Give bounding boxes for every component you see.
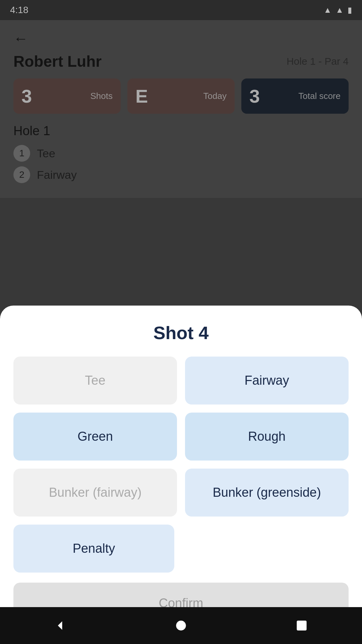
options-grid: Tee Fairway Green Rough Bunker (fairway)…	[13, 357, 349, 517]
penalty-row: Penalty	[13, 525, 349, 573]
modal-sheet: Shot 4 Tee Fairway Green Rough Bunker (f…	[0, 306, 362, 644]
modal-overlay: Shot 4 Tee Fairway Green Rough Bunker (f…	[0, 0, 362, 644]
svg-marker-0	[58, 621, 62, 630]
svg-rect-2	[297, 621, 306, 630]
nav-bar	[0, 607, 362, 644]
nav-home-icon[interactable]	[171, 615, 191, 636]
option-penalty[interactable]: Penalty	[13, 525, 174, 573]
modal-title: Shot 4	[13, 322, 349, 343]
option-bunker-fairway[interactable]: Bunker (fairway)	[13, 469, 177, 517]
option-tee[interactable]: Tee	[13, 357, 177, 405]
option-bunker-greenside[interactable]: Bunker (greenside)	[185, 469, 349, 517]
nav-back-icon[interactable]	[50, 615, 70, 636]
option-fairway[interactable]: Fairway	[185, 357, 349, 405]
option-rough[interactable]: Rough	[185, 413, 349, 461]
svg-point-1	[176, 621, 186, 630]
nav-recents-icon[interactable]	[292, 615, 312, 636]
option-green[interactable]: Green	[13, 413, 177, 461]
